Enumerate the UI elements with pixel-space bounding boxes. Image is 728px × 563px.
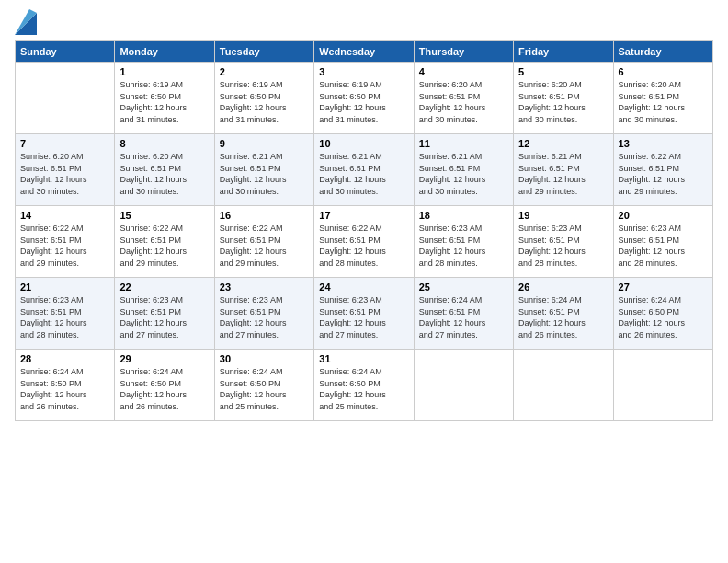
cell-week1-day3: 3Sunrise: 6:19 AM Sunset: 6:50 PM Daylig… [314, 63, 414, 134]
cell-week1-day0 [16, 63, 115, 134]
cell-week3-day2: 16Sunrise: 6:22 AM Sunset: 6:51 PM Dayli… [214, 206, 313, 278]
cell-week5-day4 [414, 350, 513, 421]
cell-week5-day5 [514, 350, 613, 421]
cell-week1-day1: 1Sunrise: 6:19 AM Sunset: 6:50 PM Daylig… [115, 63, 214, 134]
cell-week3-day4: 18Sunrise: 6:23 AM Sunset: 6:51 PM Dayli… [414, 206, 513, 278]
day-number: 22 [119, 282, 209, 293]
cell-week5-day1: 29Sunrise: 6:24 AM Sunset: 6:50 PM Dayli… [115, 350, 214, 421]
day-number: 6 [619, 66, 708, 77]
cell-week2-day1: 8Sunrise: 6:20 AM Sunset: 6:51 PM Daylig… [115, 134, 214, 206]
week-row-1: 1Sunrise: 6:19 AM Sunset: 6:50 PM Daylig… [16, 63, 713, 134]
day-number: 18 [419, 210, 508, 221]
day-info: Sunrise: 6:23 AM Sunset: 6:51 PM Dayligh… [419, 223, 508, 269]
day-info: Sunrise: 6:19 AM Sunset: 6:50 PM Dayligh… [119, 79, 209, 125]
day-info: Sunrise: 6:24 AM Sunset: 6:51 PM Dayligh… [518, 294, 608, 340]
col-header-friday: Friday [514, 41, 613, 63]
day-number: 26 [518, 282, 608, 293]
day-number: 31 [319, 353, 408, 364]
cell-week5-day0: 28Sunrise: 6:24 AM Sunset: 6:50 PM Dayli… [16, 350, 115, 421]
cell-week4-day1: 22Sunrise: 6:23 AM Sunset: 6:51 PM Dayli… [115, 278, 214, 350]
day-number: 23 [220, 282, 309, 293]
day-number: 10 [319, 138, 408, 149]
week-row-5: 28Sunrise: 6:24 AM Sunset: 6:50 PM Dayli… [16, 350, 713, 421]
day-info: Sunrise: 6:20 AM Sunset: 6:51 PM Dayligh… [419, 79, 508, 125]
day-info: Sunrise: 6:24 AM Sunset: 6:50 PM Dayligh… [220, 366, 309, 412]
header [15, 9, 713, 35]
day-info: Sunrise: 6:19 AM Sunset: 6:50 PM Dayligh… [220, 79, 309, 125]
cell-week1-day2: 2Sunrise: 6:19 AM Sunset: 6:50 PM Daylig… [214, 63, 313, 134]
cell-week5-day3: 31Sunrise: 6:24 AM Sunset: 6:50 PM Dayli… [314, 350, 414, 421]
week-row-3: 14Sunrise: 6:22 AM Sunset: 6:51 PM Dayli… [16, 206, 713, 278]
cell-week2-day0: 7Sunrise: 6:20 AM Sunset: 6:51 PM Daylig… [16, 134, 115, 206]
day-info: Sunrise: 6:21 AM Sunset: 6:51 PM Dayligh… [220, 151, 309, 197]
day-number: 14 [20, 210, 109, 221]
day-info: Sunrise: 6:24 AM Sunset: 6:50 PM Dayligh… [119, 366, 209, 412]
day-info: Sunrise: 6:24 AM Sunset: 6:51 PM Dayligh… [419, 294, 508, 340]
col-header-sunday: Sunday [16, 41, 115, 63]
day-info: Sunrise: 6:23 AM Sunset: 6:51 PM Dayligh… [619, 223, 708, 269]
cell-week2-day6: 13Sunrise: 6:22 AM Sunset: 6:51 PM Dayli… [613, 134, 712, 206]
cell-week4-day3: 24Sunrise: 6:23 AM Sunset: 6:51 PM Dayli… [314, 278, 414, 350]
header-row: SundayMondayTuesdayWednesdayThursdayFrid… [16, 41, 713, 63]
day-info: Sunrise: 6:20 AM Sunset: 6:51 PM Dayligh… [20, 151, 109, 197]
week-row-4: 21Sunrise: 6:23 AM Sunset: 6:51 PM Dayli… [16, 278, 713, 350]
day-number: 8 [119, 138, 209, 149]
logo [15, 9, 39, 35]
day-number: 16 [220, 210, 309, 221]
day-number: 13 [619, 138, 708, 149]
day-number: 28 [20, 353, 109, 364]
day-info: Sunrise: 6:22 AM Sunset: 6:51 PM Dayligh… [220, 223, 309, 269]
day-info: Sunrise: 6:21 AM Sunset: 6:51 PM Dayligh… [319, 151, 408, 197]
cell-week2-day4: 11Sunrise: 6:21 AM Sunset: 6:51 PM Dayli… [414, 134, 513, 206]
day-info: Sunrise: 6:21 AM Sunset: 6:51 PM Dayligh… [419, 151, 508, 197]
calendar-table: SundayMondayTuesdayWednesdayThursdayFrid… [15, 40, 713, 421]
cell-week1-day6: 6Sunrise: 6:20 AM Sunset: 6:51 PM Daylig… [613, 63, 712, 134]
cell-week5-day2: 30Sunrise: 6:24 AM Sunset: 6:50 PM Dayli… [214, 350, 313, 421]
cell-week3-day1: 15Sunrise: 6:22 AM Sunset: 6:51 PM Dayli… [115, 206, 214, 278]
cell-week3-day0: 14Sunrise: 6:22 AM Sunset: 6:51 PM Dayli… [16, 206, 115, 278]
day-number: 3 [319, 66, 408, 77]
day-info: Sunrise: 6:21 AM Sunset: 6:51 PM Dayligh… [518, 151, 608, 197]
cell-week4-day6: 27Sunrise: 6:24 AM Sunset: 6:50 PM Dayli… [613, 278, 712, 350]
day-number: 21 [20, 282, 109, 293]
day-number: 17 [319, 210, 408, 221]
cell-week2-day5: 12Sunrise: 6:21 AM Sunset: 6:51 PM Dayli… [514, 134, 613, 206]
day-number: 5 [518, 66, 608, 77]
cell-week5-day6 [613, 350, 712, 421]
day-info: Sunrise: 6:23 AM Sunset: 6:51 PM Dayligh… [319, 294, 408, 340]
cell-week3-day6: 20Sunrise: 6:23 AM Sunset: 6:51 PM Dayli… [613, 206, 712, 278]
page: SundayMondayTuesdayWednesdayThursdayFrid… [0, 0, 728, 563]
cell-week3-day3: 17Sunrise: 6:22 AM Sunset: 6:51 PM Dayli… [314, 206, 414, 278]
day-number: 27 [619, 282, 708, 293]
day-info: Sunrise: 6:24 AM Sunset: 6:50 PM Dayligh… [619, 294, 708, 340]
day-info: Sunrise: 6:22 AM Sunset: 6:51 PM Dayligh… [619, 151, 708, 197]
day-info: Sunrise: 6:20 AM Sunset: 6:51 PM Dayligh… [119, 151, 209, 197]
day-info: Sunrise: 6:23 AM Sunset: 6:51 PM Dayligh… [518, 223, 608, 269]
col-header-tuesday: Tuesday [214, 41, 313, 63]
day-number: 1 [119, 66, 209, 77]
day-info: Sunrise: 6:20 AM Sunset: 6:51 PM Dayligh… [518, 79, 608, 125]
logo-icon [15, 9, 37, 35]
day-number: 15 [119, 210, 209, 221]
day-info: Sunrise: 6:20 AM Sunset: 6:51 PM Dayligh… [619, 79, 708, 125]
day-number: 29 [119, 353, 209, 364]
day-number: 11 [419, 138, 508, 149]
cell-week4-day5: 26Sunrise: 6:24 AM Sunset: 6:51 PM Dayli… [514, 278, 613, 350]
day-info: Sunrise: 6:24 AM Sunset: 6:50 PM Dayligh… [319, 366, 408, 412]
col-header-saturday: Saturday [613, 41, 712, 63]
day-number: 2 [220, 66, 309, 77]
day-info: Sunrise: 6:23 AM Sunset: 6:51 PM Dayligh… [220, 294, 309, 340]
day-info: Sunrise: 6:24 AM Sunset: 6:50 PM Dayligh… [20, 366, 109, 412]
day-number: 30 [220, 353, 309, 364]
day-number: 24 [319, 282, 408, 293]
day-info: Sunrise: 6:23 AM Sunset: 6:51 PM Dayligh… [119, 294, 209, 340]
day-number: 20 [619, 210, 708, 221]
col-header-monday: Monday [115, 41, 214, 63]
cell-week3-day5: 19Sunrise: 6:23 AM Sunset: 6:51 PM Dayli… [514, 206, 613, 278]
day-number: 19 [518, 210, 608, 221]
day-info: Sunrise: 6:22 AM Sunset: 6:51 PM Dayligh… [20, 223, 109, 269]
week-row-2: 7Sunrise: 6:20 AM Sunset: 6:51 PM Daylig… [16, 134, 713, 206]
cell-week1-day4: 4Sunrise: 6:20 AM Sunset: 6:51 PM Daylig… [414, 63, 513, 134]
day-number: 4 [419, 66, 508, 77]
col-header-thursday: Thursday [414, 41, 513, 63]
